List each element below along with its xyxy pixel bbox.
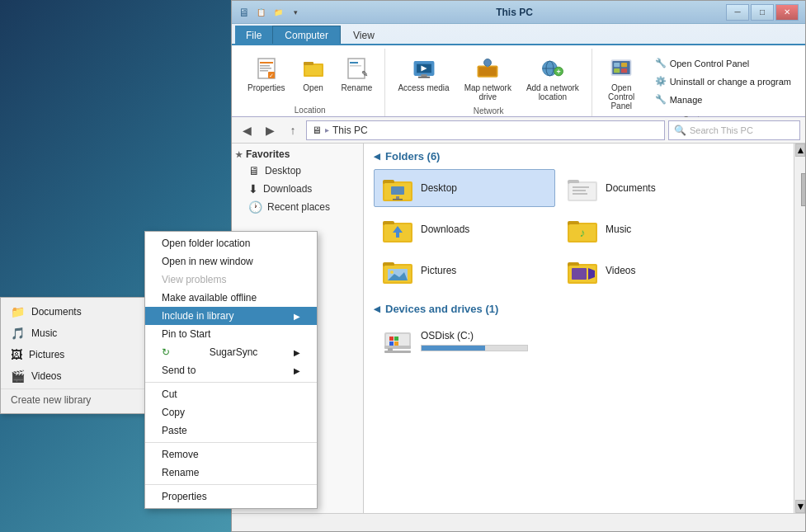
title-bar: 🖥 📋 📁 ▾ This PC ─ □ ✕ — [232, 1, 805, 24]
address-arrow: ▸ — [325, 125, 329, 134]
folders-arrow: ◀ — [374, 152, 380, 161]
devices-arrow: ◀ — [374, 304, 380, 313]
scroll-down-btn[interactable]: ▼ — [795, 500, 805, 513]
add-network-ribbon-btn[interactable]: + Add a networklocation — [521, 52, 585, 105]
location-group-label: Location — [295, 104, 326, 116]
ctx-properties[interactable]: Properties — [145, 487, 317, 506]
tab-file[interactable]: File — [235, 26, 272, 44]
maximize-button[interactable]: □ — [751, 4, 774, 21]
favorites-label: Favorites — [246, 148, 290, 160]
search-box[interactable]: 🔍 Search This PC — [668, 120, 800, 140]
uninstall-label: Open Control Panel — [670, 59, 750, 68]
ctx-paste[interactable]: Paste — [145, 421, 317, 440]
folder-item-pictures[interactable]: Pictures — [374, 252, 555, 290]
qa-new-folder-btn[interactable]: 📁 — [271, 6, 285, 19]
ctx-open-folder-location[interactable]: Open folder location — [145, 234, 317, 252]
folder-item-documents[interactable]: Documents — [559, 169, 740, 207]
svg-rect-43 — [573, 186, 589, 188]
uninstall-btn[interactable]: 🔧 Open Control Panel — [651, 55, 795, 71]
ctx-make-offline[interactable]: Make available offline — [145, 289, 317, 307]
scrollbar[interactable]: ▲ ▼ — [794, 144, 805, 513]
downloads-nav-label: Downloads — [263, 183, 312, 195]
back-button[interactable]: ◀ — [237, 120, 257, 140]
ribbon-content: ✓ Properties Open — [232, 44, 805, 116]
lib-item-documents[interactable]: 📁 Documents — [1, 301, 148, 322]
svg-rect-2 — [260, 65, 270, 67]
minimize-button[interactable]: ─ — [726, 4, 749, 21]
lib-item-music[interactable]: 🎵 Music — [1, 322, 148, 344]
map-network-ribbon-btn[interactable]: Map networkdrive — [459, 52, 517, 105]
svg-rect-70 — [389, 337, 394, 341]
qa-properties-btn[interactable]: 📋 — [253, 6, 268, 19]
ctx-copy[interactable]: Copy — [145, 403, 317, 421]
status-bar — [232, 513, 805, 531]
open-icon — [300, 55, 327, 82]
pictures-folder-name: Pictures — [421, 265, 456, 276]
rename-icon: ✎ — [343, 55, 370, 82]
access-media-ribbon-btn[interactable]: Access media — [392, 52, 455, 96]
folder-item-desktop[interactable]: Desktop — [374, 169, 555, 207]
up-button[interactable]: ↑ — [283, 120, 303, 140]
rename-ribbon-btn[interactable]: ✎ Rename — [336, 52, 379, 96]
properties-icon: ✓ — [253, 55, 280, 82]
svg-rect-37 — [391, 186, 404, 195]
lib-item-videos[interactable]: 🎬 Videos — [1, 365, 148, 387]
open-control-panel-btn[interactable]: Open ControlPanel — [599, 52, 644, 114]
map-network-icon — [474, 55, 501, 82]
ctx-pin-start[interactable]: Pin to Start — [145, 325, 317, 343]
drive-progress-bar — [421, 345, 528, 351]
sidebar-item-recent[interactable]: 🕐 Recent places — [232, 198, 363, 216]
ctx-send-to[interactable]: Send to ▶ — [145, 361, 317, 379]
forward-button[interactable]: ▶ — [260, 120, 280, 140]
scroll-up-btn[interactable]: ▲ — [795, 144, 805, 157]
svg-rect-20 — [479, 67, 497, 76]
system-props-btn[interactable]: ⚙️ Uninstall or change a program — [651, 73, 795, 89]
ctx-cut[interactable]: Cut — [145, 385, 317, 403]
svg-text:✎: ✎ — [361, 69, 368, 78]
ctx-remove[interactable]: Remove — [145, 445, 317, 464]
lib-docs-label: Documents — [31, 306, 82, 318]
drive-item-c[interactable]: OSDisk (C:) — [374, 322, 555, 360]
ctx-separator-2 — [145, 442, 317, 443]
rename-label: Rename — [342, 83, 373, 92]
lib-item-pictures[interactable]: 🖼 Pictures — [1, 344, 148, 365]
ctx-include-library[interactable]: Include in library ▶ — [145, 307, 317, 325]
ctx-separator-1 — [145, 382, 317, 383]
qa-dropdown-btn[interactable]: ▾ — [288, 6, 303, 19]
sidebar-item-downloads[interactable]: ⬇ Downloads — [232, 180, 363, 198]
ctx-rename[interactable]: Rename — [145, 464, 317, 482]
lib-item-create-new[interactable]: Create new library — [1, 388, 148, 410]
manage-btn[interactable]: 🔧 Manage — [651, 92, 795, 107]
folder-item-videos[interactable]: Videos — [559, 252, 740, 290]
ctx-view-problems: View problems — [145, 271, 317, 289]
close-button[interactable]: ✕ — [775, 4, 799, 21]
desktop-folder-icon — [381, 173, 414, 203]
sugarsync-icon: ↻ — [162, 346, 170, 358]
lib-music-label: Music — [31, 327, 57, 339]
system-props-label: Uninstall or change a program — [670, 77, 791, 87]
folder-item-downloads[interactable]: Downloads — [374, 210, 555, 248]
music-folder-icon: ♪ — [566, 214, 599, 244]
properties-label: Properties — [247, 83, 285, 92]
scroll-thumb[interactable] — [801, 173, 806, 206]
tab-view[interactable]: View — [341, 26, 387, 44]
address-bar[interactable]: 🖥 ▸ This PC — [306, 120, 665, 140]
properties-ribbon-btn[interactable]: ✓ Properties — [242, 52, 291, 96]
svg-rect-9 — [305, 65, 322, 75]
lib-music-icon: 🎵 — [11, 327, 25, 340]
tab-computer[interactable]: Computer — [272, 26, 341, 44]
ctx-sugarsync[interactable]: ↻ SugarSync ▶ — [145, 343, 317, 361]
search-placeholder: Search This PC — [690, 125, 753, 135]
sidebar-item-desktop[interactable]: 🖥 Desktop — [232, 162, 363, 180]
ctx-open-new-window[interactable]: Open in new window — [145, 252, 317, 271]
system-buttons: Open ControlPanel 🔧 Open Control Panel ⚙… — [599, 49, 795, 114]
lib-videos-icon: 🎬 — [11, 370, 25, 383]
network-buttons: Access media Map networkdrive — [392, 49, 584, 105]
network-group-label: Network — [474, 105, 504, 117]
folder-item-music[interactable]: ♪ Music — [559, 210, 740, 248]
open-ribbon-btn[interactable]: Open — [295, 52, 332, 96]
favorites-section-header[interactable]: ★ Favorites — [232, 147, 363, 162]
devices-section-header[interactable]: ◀ Devices and drives (1) — [374, 303, 784, 315]
documents-folder-icon — [566, 173, 599, 203]
folders-section-header[interactable]: ◀ Folders (6) — [374, 150, 784, 162]
